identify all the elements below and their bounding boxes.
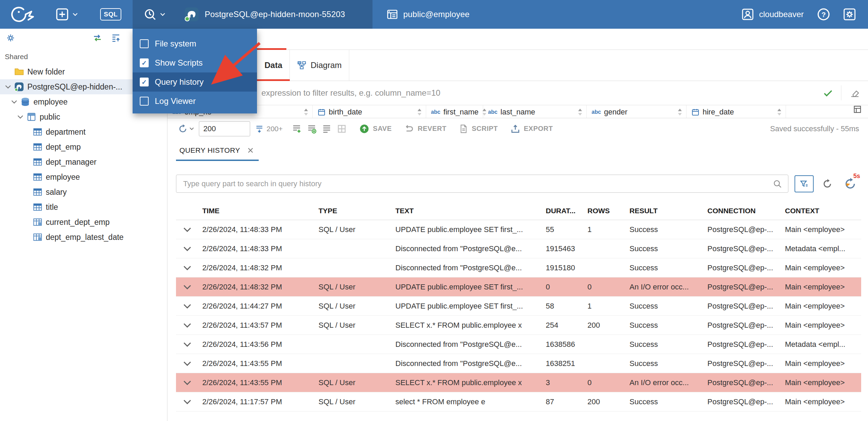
query-history-row[interactable]: 2/26/2024, 11:44:27 PMSQL / UserUPDATE p… [176, 297, 861, 316]
save-button[interactable]: SAVE [359, 124, 392, 134]
grid-columns-config-button[interactable] [786, 105, 868, 118]
row-expand-chevron[interactable] [176, 399, 202, 405]
grid-column-hire-date[interactable]: hire_date [687, 105, 786, 118]
sql-editor-button[interactable]: SQL [89, 0, 133, 29]
query-history-row[interactable]: 2/26/2024, 11:48:32 PMSQL / UserUPDATE p… [176, 277, 861, 297]
tree-item-current-dept-emp[interactable]: current_dept_emp [0, 215, 167, 230]
tools-menu-button[interactable] [133, 0, 176, 29]
script-button[interactable]: SCRIPT [459, 124, 498, 134]
query-history-row[interactable]: 2/26/2024, 11:43:57 PMSQL / UserSELECT x… [176, 316, 861, 335]
schema-selector[interactable]: public@employee [377, 0, 478, 29]
query-history-row[interactable]: 2/26/2024, 11:43:56 PMDisconnected from … [176, 335, 861, 354]
row-expand-chevron[interactable] [176, 284, 202, 290]
column-sort-icon[interactable] [303, 109, 309, 116]
new-object-button[interactable] [44, 0, 89, 29]
tree-item-salary[interactable]: salary [0, 185, 167, 200]
query-history-row[interactable]: 2/26/2024, 11:17:57 PMSQL / Userselect *… [176, 392, 861, 411]
row-expand-chevron[interactable] [176, 323, 202, 328]
revert-button[interactable]: REVERT [404, 124, 446, 134]
cloudbeaver-logo[interactable] [0, 0, 44, 29]
sync-selection-button[interactable] [92, 33, 103, 43]
query-history-row[interactable]: 2/26/2024, 11:48:33 PMDisconnected from … [176, 239, 861, 258]
duplicate-row-button[interactable] [307, 124, 317, 134]
column-header-duration[interactable]: DURAT... [545, 207, 587, 215]
tree-item-dept-manager[interactable]: dept_manager [0, 154, 167, 169]
grid-column-birth-date[interactable]: birth_date [313, 105, 426, 118]
tree-item-dept-emp[interactable]: dept_emp [0, 139, 167, 154]
data-filter-bar[interactable]: expression to filter results, e.g. colum… [167, 81, 868, 105]
column-sort-icon[interactable] [776, 109, 782, 116]
collapse-all-button[interactable] [111, 33, 121, 43]
column-header-connection[interactable]: CONNECTION [707, 207, 784, 215]
menu-item-file-system[interactable]: File system [133, 34, 257, 53]
tree-item-department[interactable]: department [0, 124, 167, 139]
row-expand-chevron[interactable] [176, 303, 202, 309]
tab-data[interactable]: Data [257, 50, 290, 81]
tree-item-dept-emp-latest-date[interactable]: dept_emp_latest_date [0, 230, 167, 245]
column-type-icon: abc [592, 109, 601, 115]
menu-item-log-viewer[interactable]: Log Viewer [133, 92, 257, 111]
tree-item-title[interactable]: title [0, 200, 167, 215]
clear-filter-button[interactable] [841, 88, 868, 98]
grid-column-first-name[interactable]: abcfirst_name [426, 105, 483, 118]
add-row-button[interactable] [291, 124, 302, 134]
tree-expand-chevron[interactable] [3, 85, 12, 89]
menu-item-show-scripts[interactable]: ✓Show Scripts [133, 53, 257, 72]
query-history-row[interactable]: 2/26/2024, 11:48:33 PMSQL / UserUPDATE p… [176, 220, 861, 239]
tree-item-employee[interactable]: employee [0, 169, 167, 185]
tab-diagram[interactable]: Diagram [290, 50, 349, 81]
user-menu[interactable]: cloudbeaver [734, 0, 811, 29]
row-expand-chevron[interactable] [176, 227, 202, 232]
checkbox-file-system[interactable] [140, 39, 149, 48]
cell-duration: 3 [545, 378, 587, 387]
column-header-type[interactable]: TYPE [318, 207, 395, 215]
table-icon [33, 187, 42, 197]
column-header-text[interactable]: TEXT [395, 207, 545, 215]
auto-refresh-button[interactable]: 5s [841, 176, 859, 192]
workspace: Shared New folderPostgreSQL@ep-hidden-..… [0, 29, 868, 421]
tree-expand-chevron[interactable] [10, 100, 18, 104]
column-header-time[interactable]: TIME [202, 207, 318, 215]
checkbox-show-scripts[interactable]: ✓ [140, 58, 149, 67]
query-history-row[interactable]: 2/26/2024, 11:43:55 PMDisconnected from … [176, 354, 861, 373]
column-sort-icon[interactable] [677, 109, 683, 116]
column-header-rows[interactable]: ROWS [587, 207, 629, 215]
query-history-refresh-button[interactable] [820, 176, 835, 192]
search-icon[interactable] [773, 179, 782, 189]
help-button[interactable]: ? [811, 0, 837, 29]
query-history-search-input[interactable] [176, 175, 788, 193]
row-expand-chevron[interactable] [176, 361, 202, 366]
checkbox-log-viewer[interactable] [140, 97, 149, 106]
grid-column-gender[interactable]: abcgender [587, 105, 687, 118]
menu-item-query-history[interactable]: ✓Query history [133, 72, 257, 92]
checkbox-query-history[interactable]: ✓ [140, 78, 149, 86]
query-history-tab[interactable]: QUERY HISTORY [176, 141, 259, 161]
apply-filter-button[interactable] [815, 87, 841, 98]
query-history-filter-button[interactable] [795, 175, 814, 192]
refresh-button[interactable] [178, 124, 194, 134]
query-history-row[interactable]: 2/26/2024, 11:48:32 PMDisconnected from … [176, 258, 861, 277]
row-expand-chevron[interactable] [176, 265, 202, 271]
row-expand-chevron[interactable] [176, 380, 202, 385]
navigator-settings-button[interactable] [5, 33, 16, 43]
fetch-size-input[interactable] [199, 121, 250, 136]
column-name: last_name [501, 108, 535, 117]
close-icon[interactable] [247, 147, 254, 154]
export-button[interactable]: EXPORT [510, 124, 553, 134]
column-sort-icon[interactable] [417, 109, 422, 116]
settings-button[interactable] [837, 0, 863, 29]
grid-column-last-name[interactable]: abclast_name [483, 105, 587, 118]
column-header-result[interactable]: RESULT [629, 207, 707, 215]
column-sort-icon[interactable] [577, 109, 583, 116]
tree-expand-chevron[interactable] [16, 115, 25, 119]
refresh-grid-button[interactable] [337, 124, 347, 134]
add-row-icon [291, 124, 302, 134]
column-header-context[interactable]: CONTEXT [784, 207, 861, 215]
tab-data-label: Data [265, 60, 282, 70]
delete-row-button[interactable] [322, 124, 332, 134]
fetch-more-button[interactable]: 200+ [255, 124, 283, 133]
row-expand-chevron[interactable] [176, 246, 202, 252]
row-expand-chevron[interactable] [176, 342, 202, 347]
query-history-row[interactable]: 2/26/2024, 11:43:55 PMSQL / UserSELECT x… [176, 373, 861, 392]
connection-selector[interactable]: PostgreSQL@ep-hidden-moon-55203 [176, 0, 372, 29]
